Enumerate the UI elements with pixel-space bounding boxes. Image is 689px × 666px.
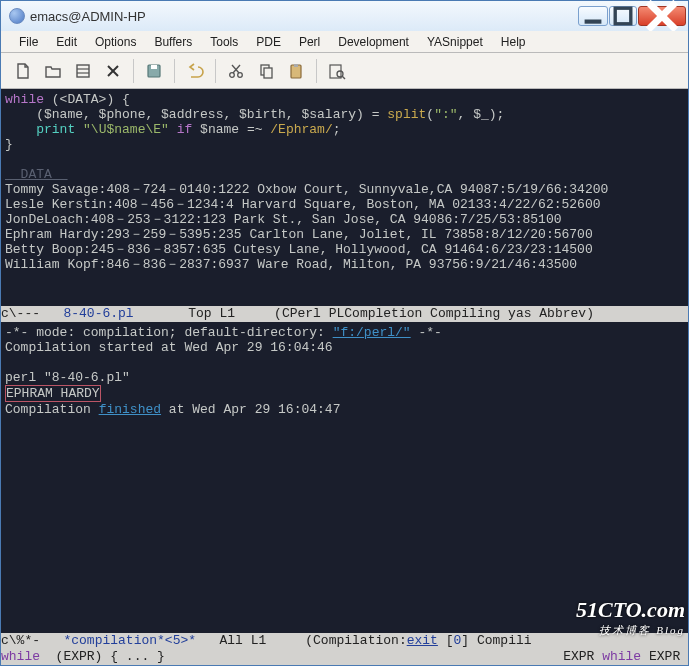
minibuffer[interactable]: while (EXPR) { ... }EXPR while EXPR bbox=[1, 649, 688, 665]
maximize-button[interactable] bbox=[609, 6, 637, 26]
data-section-label: __DATA__ bbox=[5, 167, 67, 182]
svg-rect-18 bbox=[294, 64, 298, 67]
modeline-filename: 8-40-6.pl bbox=[63, 306, 133, 321]
svg-rect-10 bbox=[151, 65, 157, 69]
modeline-buffername: *compilation*<5>* bbox=[63, 633, 196, 648]
window-buttons bbox=[578, 6, 686, 26]
paste-button[interactable] bbox=[282, 57, 310, 85]
close-button[interactable] bbox=[638, 6, 686, 26]
cut-button[interactable] bbox=[222, 57, 250, 85]
svg-point-11 bbox=[230, 72, 235, 77]
toolbar-separator bbox=[316, 59, 317, 83]
menu-yasnippet[interactable]: YASnippet bbox=[419, 33, 491, 51]
modeline-compilation[interactable]: c\%*- *compilation*<5>* All L1 (Compilat… bbox=[1, 633, 688, 649]
toolbar bbox=[1, 53, 688, 89]
source-buffer[interactable]: while (<DATA>) { ($name, $phone, $addres… bbox=[1, 89, 688, 306]
svg-rect-16 bbox=[264, 68, 272, 78]
window-title: emacs@ADMIN-HP bbox=[30, 9, 578, 24]
toolbar-separator bbox=[174, 59, 175, 83]
minimize-button[interactable] bbox=[578, 6, 608, 26]
finished-link[interactable]: finished bbox=[99, 402, 161, 417]
menubar: File Edit Options Buffers Tools PDE Perl… bbox=[1, 31, 688, 53]
menu-file[interactable]: File bbox=[11, 33, 46, 51]
toolbar-separator bbox=[133, 59, 134, 83]
open-file-button[interactable] bbox=[39, 57, 67, 85]
new-file-button[interactable] bbox=[9, 57, 37, 85]
svg-point-12 bbox=[238, 72, 243, 77]
toolbar-separator bbox=[215, 59, 216, 83]
undo-button[interactable] bbox=[181, 57, 209, 85]
compilation-directory-link[interactable]: "f:/perl/" bbox=[333, 325, 411, 340]
svg-line-21 bbox=[342, 76, 345, 79]
emacs-window: emacs@ADMIN-HP File Edit Options Buffers… bbox=[0, 0, 689, 666]
svg-line-13 bbox=[233, 65, 240, 73]
modeline-source[interactable]: c\--- 8-40-6.pl Top L1 (CPerl PLCompleti… bbox=[1, 306, 688, 322]
svg-line-14 bbox=[232, 65, 239, 73]
dired-button[interactable] bbox=[69, 57, 97, 85]
svg-rect-4 bbox=[77, 65, 89, 77]
menu-help[interactable]: Help bbox=[493, 33, 534, 51]
copy-button[interactable] bbox=[252, 57, 280, 85]
data-line: Lesle Kerstin:408－456－1234:4 Harvard Squ… bbox=[5, 197, 601, 212]
data-line: JonDeLoach:408－253－3122:123 Park St., Sa… bbox=[5, 212, 562, 227]
data-line: William Kopf:846－836－2837:6937 Ware Road… bbox=[5, 257, 577, 272]
keyword: while bbox=[5, 92, 44, 107]
kill-buffer-button[interactable] bbox=[99, 57, 127, 85]
menu-perl[interactable]: Perl bbox=[291, 33, 328, 51]
svg-rect-1 bbox=[615, 8, 631, 24]
emacs-icon bbox=[9, 8, 25, 24]
save-button[interactable] bbox=[140, 57, 168, 85]
data-line: Ephram Hardy:293－259－5395:235 Carlton La… bbox=[5, 227, 593, 242]
data-line: Tommy Savage:408－724－0140:1222 Oxbow Cou… bbox=[5, 182, 608, 197]
menu-pde[interactable]: PDE bbox=[248, 33, 289, 51]
menu-edit[interactable]: Edit bbox=[48, 33, 85, 51]
menu-buffers[interactable]: Buffers bbox=[146, 33, 200, 51]
compilation-buffer[interactable]: ‑*- mode: compilation; default-directory… bbox=[1, 322, 688, 633]
menu-development[interactable]: Development bbox=[330, 33, 417, 51]
data-line: Betty Boop:245－836－8357:635 Cutesy Lane,… bbox=[5, 242, 593, 257]
output-highlight: EPHRAM HARDY bbox=[5, 385, 101, 402]
search-button[interactable] bbox=[323, 57, 351, 85]
menu-options[interactable]: Options bbox=[87, 33, 144, 51]
titlebar[interactable]: emacs@ADMIN-HP bbox=[1, 1, 688, 31]
menu-tools[interactable]: Tools bbox=[202, 33, 246, 51]
